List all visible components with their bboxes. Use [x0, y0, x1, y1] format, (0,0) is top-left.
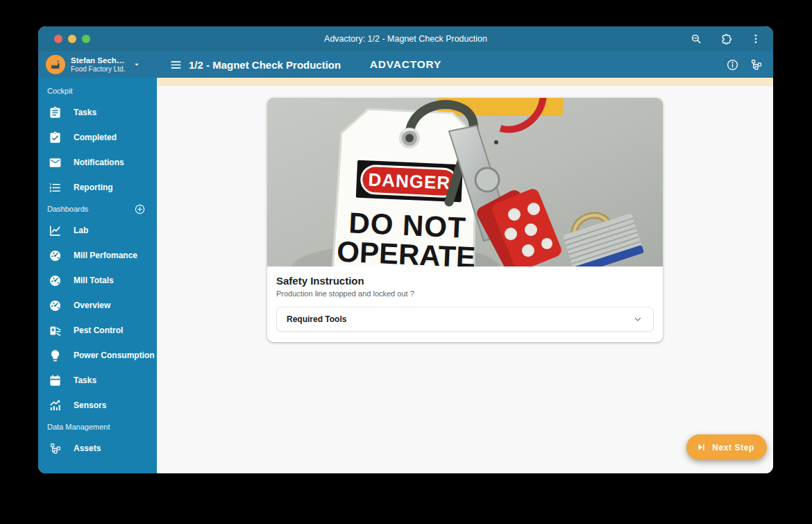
sidebar-item-label: Assets [74, 443, 101, 453]
user-name: Stefan Sech… [71, 56, 125, 65]
avatar [46, 55, 65, 74]
card-subtitle: Production line stopped and locked out ? [276, 289, 654, 298]
required-tools-accordion[interactable]: Required Tools [276, 307, 654, 332]
next-step-button[interactable]: Next Step [686, 434, 767, 460]
skip-next-icon [696, 442, 707, 453]
sidebar-item-assets[interactable]: Assets [38, 436, 157, 461]
clipboard-check-icon [49, 131, 62, 144]
list-numbered-icon [49, 181, 62, 194]
sidebar-item-label: Tasks [74, 375, 96, 385]
accent-strip [157, 78, 773, 86]
zoom-out-icon[interactable] [688, 31, 704, 47]
extension-puzzle-icon[interactable] [718, 31, 734, 47]
sidebar-item-label: Sensors [74, 400, 106, 410]
app-header: Stefan Sech… Food Factory Ltd. 1/2 - Mag… [38, 51, 773, 78]
user-text: Stefan Sech… Food Factory Ltd. [71, 56, 125, 74]
lightbulb-icon [49, 349, 62, 362]
gauge-icon [49, 249, 62, 262]
sidebar-section-label: Data Management [47, 423, 110, 431]
card-title: Safety Instruction [276, 275, 654, 287]
page-title: 1/2 - Magnet Check Production [189, 59, 341, 71]
schema-icon [49, 442, 62, 455]
calendar-icon [49, 374, 62, 387]
sidebar-item-mill-totals[interactable]: Mill Totals [38, 268, 157, 293]
sidebar-item-completed[interactable]: Completed [38, 125, 157, 150]
operate-label: OPERATE [336, 235, 476, 267]
sidebar-item-label: Notifications [74, 158, 124, 167]
chevron-down-icon [632, 314, 643, 325]
kebab-menu-icon[interactable] [748, 31, 763, 47]
sidebar-item-power-consumption[interactable]: Power Consumption [38, 343, 157, 368]
sidebar-section-data-management: Data Management [38, 418, 157, 436]
sidebar-section-label: Cockpit [47, 87, 73, 95]
sidebar-item-label: Lab [74, 226, 88, 235]
sidebar-item-tasks[interactable]: Tasks [38, 368, 157, 393]
sidebar-item-label: Power Consumption [74, 350, 155, 360]
accordion-label: Required Tools [287, 314, 346, 324]
main-area: DANGER DO NOT OPERATE [157, 78, 773, 473]
sidebar-item-reporting[interactable]: Reporting [38, 175, 157, 200]
gauge-icon [49, 299, 62, 312]
sidebar-item-tasks[interactable]: Tasks [38, 100, 157, 125]
sidebar-item-pest-control[interactable]: Pest Control [38, 318, 157, 343]
clipboard-list-icon [49, 106, 62, 119]
factory-icon [50, 59, 62, 71]
danger-tag-illustration: DANGER DO NOT OPERATE [267, 98, 663, 267]
caret-down-icon [132, 60, 142, 69]
sidebar-item-sensors[interactable]: Sensors [38, 393, 157, 418]
sidebar-item-label: Overview [74, 301, 110, 310]
window-controls [54, 35, 90, 43]
pest-control-icon [49, 324, 62, 337]
sidebar-section-cockpit: Cockpit [38, 82, 157, 100]
sidebar-item-lab[interactable]: Lab [38, 218, 157, 243]
user-menu[interactable]: Stefan Sech… Food Factory Ltd. [38, 55, 157, 74]
add-dashboard-button[interactable] [134, 203, 146, 215]
hamburger-menu-icon[interactable] [168, 57, 183, 72]
mail-icon [49, 156, 62, 169]
titlebar: Advactory: 1/2 - Magnet Check Production [38, 26, 773, 51]
next-step-label: Next Step [712, 443, 754, 453]
sensor-chart-icon [49, 399, 62, 412]
close-button[interactable] [54, 35, 62, 43]
content-area: DANGER DO NOT OPERATE [157, 86, 773, 473]
header-actions [725, 51, 764, 78]
fullscreen-button[interactable] [82, 35, 90, 43]
minimize-button[interactable] [68, 35, 76, 43]
app-window: Advactory: 1/2 - Magnet Check Production… [38, 26, 773, 473]
gauge-icon [49, 274, 62, 287]
sidebar-item-notifications[interactable]: Notifications [38, 150, 157, 175]
sidebar-item-label: Completed [74, 133, 117, 142]
danger-label: DANGER [368, 169, 451, 193]
sidebar-item-overview[interactable]: Overview [38, 293, 157, 318]
card-body: Safety Instruction Production line stopp… [267, 267, 663, 342]
schema-icon[interactable] [749, 57, 764, 72]
lockout-tagout-photo: DANGER DO NOT OPERATE [267, 98, 663, 267]
sidebar-item-label: Reporting [74, 183, 113, 192]
info-icon[interactable] [725, 57, 740, 72]
sidebar-section-label: Dashboards [47, 205, 88, 213]
sidebar-item-label: Mill Perfomance [74, 251, 137, 260]
sidebar: CockpitTasksCompletedNotificationsReport… [38, 78, 157, 473]
sidebar-section-dashboards: Dashboards [38, 200, 157, 218]
window-title: Advactory: 1/2 - Magnet Check Production [38, 34, 773, 44]
sidebar-item-label: Tasks [74, 108, 96, 117]
safety-instruction-card: DANGER DO NOT OPERATE [267, 98, 663, 342]
titlebar-actions [688, 26, 763, 51]
line-chart-icon [49, 224, 62, 237]
user-org: Food Factory Ltd. [71, 65, 125, 74]
sidebar-item-label: Pest Control [74, 326, 123, 335]
sidebar-item-mill-perfomance[interactable]: Mill Perfomance [38, 243, 157, 268]
sidebar-item-label: Mill Totals [74, 276, 114, 285]
